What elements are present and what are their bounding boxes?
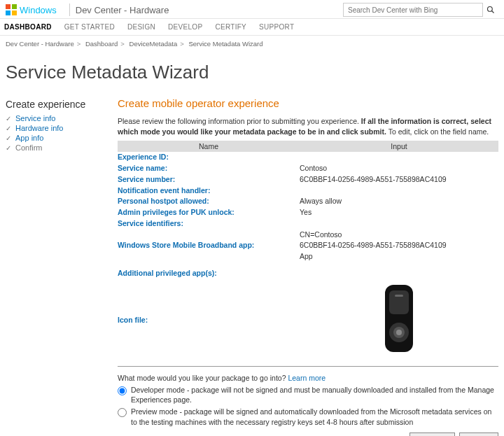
field-label[interactable]: Service identifiers:: [118, 218, 300, 230]
action-buttons: Previous Submit: [118, 433, 498, 436]
field-value: [300, 185, 498, 197]
field-value: CN=Contoso 6C0BBF14-0256-4989-A551-75589…: [300, 230, 498, 262]
row-admin-puk: Admin privileges for PUK unlock: Yes: [118, 207, 498, 218]
svg-rect-1: [12, 4, 17, 9]
svg-rect-3: [12, 10, 17, 15]
row-notification-handler: Notification event handler:: [118, 185, 498, 197]
nav-dashboard[interactable]: DASHBOARD: [4, 23, 52, 31]
svg-rect-11: [395, 295, 403, 297]
mode-question-text: What mode would you like your package to…: [118, 374, 286, 382]
check-icon: ✓: [6, 144, 15, 152]
nav-get-started[interactable]: GET STARTED: [64, 23, 115, 31]
nav-develop[interactable]: DEVELOP: [168, 23, 202, 31]
field-value: [300, 152, 498, 163]
breadcrumb: Dev Center - Hardware> Dashboard> Device…: [0, 36, 504, 52]
main-panel: Create mobile operator experience Please…: [118, 86, 498, 436]
section-divider: [118, 366, 498, 367]
nav-design[interactable]: DESIGN: [127, 23, 155, 31]
field-label[interactable]: Windows Store Mobile Broadband app:: [118, 240, 300, 251]
row-service-number: Service number: 6C0BBF14-0256-4989-A551-…: [118, 174, 498, 185]
field-label[interactable]: Additional privileged app(s):: [118, 268, 300, 279]
row-store-app: Windows Store Mobile Broadband app: CN=C…: [118, 230, 498, 262]
crumb-dashboard[interactable]: Dashboard: [85, 40, 118, 48]
windows-logo-icon: [6, 4, 17, 15]
nav-support[interactable]: SUPPORT: [259, 23, 294, 31]
mode-preview[interactable]: Preview mode - package will be signed an…: [118, 407, 498, 427]
mode-preview-radio[interactable]: [118, 408, 127, 417]
step-service-info[interactable]: ✓ Service info: [6, 114, 118, 122]
svg-rect-7: [389, 290, 409, 314]
section-heading: Create mobile operator experience: [118, 97, 498, 109]
global-header: Windows Dev Center - Hardware: [0, 0, 504, 19]
wizard-sidebar: Create experience ✓ Service info ✓ Hardw…: [6, 86, 118, 436]
step-label: Service info: [15, 114, 55, 122]
mode-preview-label: Preview mode - package will be signed an…: [131, 407, 498, 427]
step-label: Hardware info: [15, 124, 63, 132]
field-value: [300, 279, 498, 362]
svg-rect-0: [6, 4, 10, 9]
row-icon-file: Icon file:: [118, 279, 498, 362]
crumb-root[interactable]: Dev Center - Hardware: [6, 40, 74, 48]
crumb-sep: >: [180, 40, 184, 48]
field-value: Yes: [300, 207, 498, 218]
primary-nav: DASHBOARD GET STARTED DESIGN DEVELOP CER…: [0, 19, 504, 36]
nav-certify[interactable]: CERTIFY: [215, 23, 246, 31]
device-icon: [382, 283, 416, 353]
instructions: Please review the following information …: [118, 116, 498, 136]
check-icon: ✓: [6, 125, 15, 132]
field-label[interactable]: Icon file:: [118, 315, 300, 326]
field-label[interactable]: Personal hostpot allowed:: [118, 196, 300, 207]
field-label[interactable]: Service name:: [118, 163, 300, 174]
crumb-current: Service Metadata Wizard: [188, 40, 262, 48]
instructions-tail: To edit, click on the field name.: [386, 127, 489, 136]
search-input[interactable]: [344, 5, 482, 15]
field-value: Always allow: [300, 196, 498, 207]
crumb-devicemetadata[interactable]: DeviceMetadata: [130, 40, 178, 48]
row-hotspot: Personal hostpot allowed: Always allow: [118, 196, 498, 207]
step-hardware-info[interactable]: ✓ Hardware info: [6, 124, 118, 132]
crumb-sep: >: [77, 40, 81, 48]
submit-button[interactable]: Submit: [459, 433, 498, 436]
mode-question: What mode would you like your package to…: [118, 374, 498, 382]
svg-point-4: [488, 7, 493, 12]
check-icon: ✓: [6, 115, 15, 122]
svg-point-10: [396, 330, 402, 335]
page-title: Service Metadata Wizard: [0, 52, 504, 86]
step-confirm[interactable]: ✓ Confirm: [6, 143, 118, 152]
mode-developer-label: Developer mode - package will not be sig…: [131, 385, 498, 405]
col-name: Name: [118, 141, 300, 152]
review-table-header: Name Input: [118, 141, 498, 152]
mode-developer-radio[interactable]: [118, 386, 127, 395]
site-title[interactable]: Dev Center - Hardware: [76, 5, 343, 15]
brand-text[interactable]: Windows: [20, 5, 57, 15]
field-value: 6C0BBF14-0256-4989-A551-755898AC4109: [300, 174, 498, 185]
mode-developer[interactable]: Developer mode - package will not be sig…: [118, 385, 498, 405]
field-label[interactable]: Experience ID:: [118, 152, 300, 163]
check-icon: ✓: [6, 134, 15, 142]
svg-line-5: [492, 11, 494, 13]
row-additional-apps: Additional privileged app(s):: [118, 268, 498, 279]
row-service-name: Service name: Contoso: [118, 163, 498, 174]
col-input: Input: [300, 141, 498, 152]
search-box[interactable]: [343, 3, 483, 17]
previous-button[interactable]: Previous: [410, 433, 455, 436]
step-label: App info: [15, 134, 43, 142]
field-value: [300, 268, 498, 279]
step-label: Confirm: [15, 143, 43, 152]
field-label[interactable]: Service number:: [118, 174, 300, 185]
row-experience-id: Experience ID:: [118, 152, 498, 163]
field-label[interactable]: Admin privileges for PUK unlock:: [118, 207, 300, 218]
sidebar-heading: Create experience: [6, 99, 118, 110]
search-button[interactable]: [483, 3, 498, 17]
field-value: Contoso: [300, 163, 498, 174]
instructions-plain: Please review the following information …: [118, 117, 361, 125]
search-icon: [486, 6, 495, 14]
step-app-info[interactable]: ✓ App info: [6, 134, 118, 142]
svg-rect-2: [6, 10, 10, 15]
crumb-sep: >: [120, 40, 125, 48]
field-label[interactable]: Notification event handler:: [118, 185, 300, 197]
header-divider: [69, 3, 70, 16]
field-value: [300, 218, 498, 230]
row-service-identifiers: Service identifiers:: [118, 218, 498, 230]
learn-more-link[interactable]: Learn more: [288, 374, 326, 382]
